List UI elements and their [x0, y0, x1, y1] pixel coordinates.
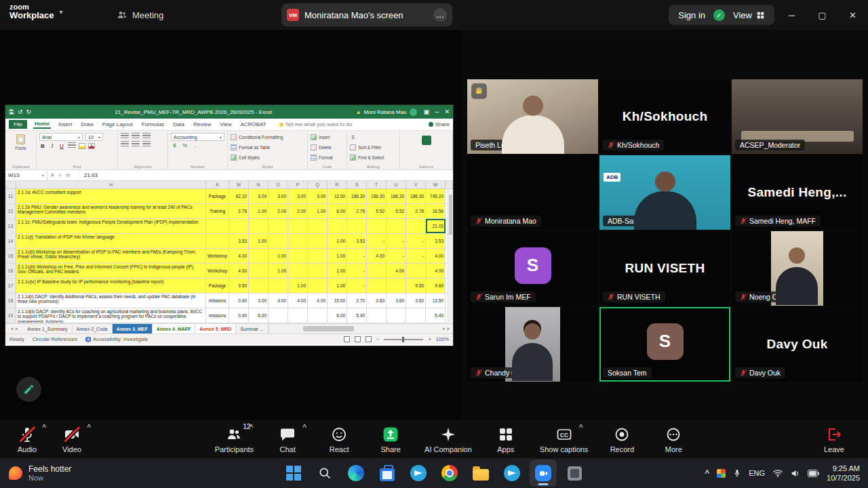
sheet-tab-annex-2-code[interactable]: Annex 2_Code: [73, 324, 113, 333]
enter-icon[interactable]: ✓: [58, 172, 63, 178]
taskbar-store-button[interactable]: [374, 460, 401, 487]
format-cells-button[interactable]: Format: [311, 153, 344, 162]
bold-icon[interactable]: B: [39, 143, 46, 149]
row-header-18[interactable]: 18: [5, 293, 16, 308]
value-cell[interactable]: [406, 264, 426, 278]
toolbar-audio-button[interactable]: ^Audio: [9, 426, 45, 453]
row-header-12[interactable]: 12: [5, 204, 16, 218]
value-cell[interactable]: 2.76: [347, 204, 367, 218]
value-cell[interactable]: 4.00: [387, 264, 406, 278]
value-cell[interactable]: [308, 279, 328, 293]
sheet-tab-summar[interactable]: Summar ...: [236, 324, 268, 333]
value-cell[interactable]: [269, 234, 288, 248]
excel-menu-page-layout[interactable]: Page Layout: [101, 121, 134, 128]
selected-cell-W13[interactable]: 21.03: [426, 219, 446, 233]
format-as-table-button[interactable]: Format as Table: [231, 143, 304, 152]
chevron-up-icon[interactable]: ^: [302, 424, 307, 431]
value-cell[interactable]: 5.40: [347, 308, 367, 323]
chevron-down-icon[interactable]: ▾: [60, 8, 63, 16]
column-header-Q[interactable]: Q: [308, 181, 328, 188]
video-tile-adb-sambath[interactable]: ADBADB-Sambath: [599, 155, 730, 230]
taskbar-telegram-button[interactable]: [405, 460, 432, 487]
excel-menu-insert[interactable]: Insert: [57, 121, 73, 128]
column-header-W[interactable]: W: [426, 181, 446, 188]
row-header-16[interactable]: 16: [5, 264, 16, 278]
redo-icon[interactable]: ↻: [26, 108, 32, 115]
zoom-percent[interactable]: 100%: [436, 336, 449, 342]
zoom-in-icon[interactable]: +: [428, 336, 431, 342]
zoom-out-icon[interactable]: −: [376, 336, 379, 342]
value-cell[interactable]: [308, 234, 328, 248]
activity-cell[interactable]: 2.1.1c(iv) IP Baseline study for IP perf…: [16, 279, 206, 293]
chevron-up-icon[interactable]: ^: [87, 424, 91, 431]
unit-cell[interactable]: [206, 219, 229, 233]
taskbar-device-button[interactable]: [561, 460, 588, 487]
column-header-H[interactable]: H: [16, 181, 206, 188]
sign-in-button[interactable]: Sign in: [678, 10, 705, 20]
add-ins-icon[interactable]: [422, 136, 431, 145]
insert-cells-button[interactable]: Insert: [311, 133, 344, 142]
value-cell[interactable]: -: [387, 249, 406, 263]
font-color-icon[interactable]: A: [88, 143, 95, 149]
video-tile-piseth-long-adb[interactable]: Piseth Long, ADB: [467, 79, 598, 154]
value-cell[interactable]: 13.50: [426, 293, 446, 308]
unit-cell[interactable]: Workshop: [206, 249, 229, 263]
value-cell[interactable]: -: [347, 279, 367, 293]
value-cell[interactable]: [308, 249, 328, 263]
sheet-tab-annex-4-maff[interactable]: Annex 4_MAFF: [153, 324, 196, 333]
next-sheet-icon[interactable]: ▸: [16, 326, 18, 331]
value-cell[interactable]: 6.00: [249, 308, 269, 323]
value-cell[interactable]: [406, 308, 426, 323]
underline-icon[interactable]: U: [58, 143, 65, 149]
tab-shared-screen[interactable]: VM Moniratana Mao's screen …: [281, 3, 452, 26]
value-cell[interactable]: [288, 308, 308, 323]
value-cell[interactable]: 3.00: [249, 293, 269, 308]
value-cell[interactable]: 2.00: [269, 204, 288, 218]
value-cell[interactable]: 3.53: [229, 234, 249, 248]
value-cell[interactable]: 4.00: [229, 264, 249, 278]
row-header-15[interactable]: 15: [5, 249, 16, 263]
value-cell[interactable]: [367, 308, 387, 323]
value-cell[interactable]: -: [367, 234, 387, 248]
excel-menu-view[interactable]: View: [218, 121, 233, 128]
autosum-button[interactable]: Σ: [350, 133, 397, 142]
value-cell[interactable]: 3.00: [288, 189, 308, 203]
tab-meeting[interactable]: Meeting: [117, 0, 163, 30]
column-header-T[interactable]: T: [367, 181, 387, 188]
value-cell[interactable]: 186.30: [347, 189, 367, 203]
taskbar-weather-widget[interactable]: Feels hotter Now: [0, 464, 80, 482]
sheet-nav-arrows[interactable]: ◂▸: [5, 324, 23, 333]
toolbar-participants-button[interactable]: 12^Participants: [215, 426, 254, 453]
column-header-S[interactable]: S: [347, 181, 367, 188]
value-cell[interactable]: [308, 308, 328, 323]
ribbon-options-icon[interactable]: ▣: [424, 108, 430, 115]
value-cell[interactable]: 6.00: [328, 308, 347, 323]
value-cell[interactable]: 4.00: [308, 293, 328, 308]
value-cell[interactable]: -: [387, 234, 406, 248]
value-cell[interactable]: [406, 219, 426, 233]
value-cell[interactable]: 12.00: [328, 189, 347, 203]
value-cell[interactable]: -: [347, 249, 367, 263]
italic-icon[interactable]: I: [49, 143, 56, 149]
video-tile-sarun-im-mef[interactable]: SSarun Im MEF: [467, 231, 598, 306]
value-cell[interactable]: [288, 264, 308, 278]
value-cell[interactable]: [249, 219, 269, 233]
unit-cell[interactable]: Package: [206, 189, 229, 203]
value-cell[interactable]: 15.00: [328, 293, 347, 308]
value-cell[interactable]: 1.00: [249, 204, 269, 218]
hscroll-arrows[interactable]: ◂▸: [439, 324, 453, 333]
value-cell[interactable]: 186.30: [387, 189, 406, 203]
value-cell[interactable]: 0.90: [229, 308, 249, 323]
value-cell[interactable]: 2.00: [288, 204, 308, 218]
page-layout-view-icon[interactable]: [355, 336, 361, 342]
minimize-icon[interactable]: ─: [776, 0, 807, 30]
toolbar-ai-companion-button[interactable]: AI Companion: [425, 426, 472, 453]
more-options-icon[interactable]: …: [433, 8, 447, 22]
accessibility-status[interactable]: ♿Accessibility: Investigate: [85, 336, 148, 342]
delete-cells-button[interactable]: Delete: [311, 143, 344, 152]
align-center-icon[interactable]: [132, 141, 140, 148]
toolbar-apps-button[interactable]: Apps: [488, 426, 524, 453]
comma-icon[interactable]: ,: [191, 142, 199, 148]
taskbar-search-button[interactable]: [311, 460, 338, 487]
value-cell[interactable]: 9.50: [406, 279, 426, 293]
